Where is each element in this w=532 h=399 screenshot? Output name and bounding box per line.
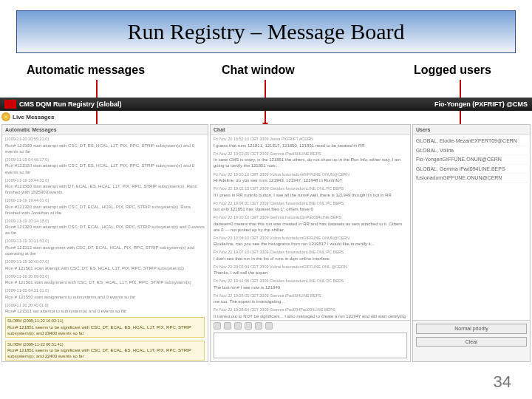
panel-head-auto: Automatic Messages xyxy=(2,125,208,135)
message-body: Run #121560 start attempt with DT, ECAL,… xyxy=(5,183,205,195)
chat-message-item: Fri Nov 22 19:04:31 CET 2009 Cletidas fu… xyxy=(214,201,407,213)
chat-body: In case CMS is crazy, is the 121851 the … xyxy=(214,157,407,168)
chat-body: dataset=0 means that this run was create… xyxy=(214,221,407,233)
auto-message-item: SLOBM (2009-11-22 00:51:41)Run# 121851 s… xyxy=(5,341,205,361)
message-timestamp: [2009-11-19 19:44:01.0] xyxy=(5,178,205,183)
auto-message-item: [2009-11-19 20:11:03.0]Run# 121512 start… xyxy=(5,239,205,256)
chat-toolbar xyxy=(214,322,273,330)
auto-messages-list[interactable]: [2009-11-20 20:55:21.0]Run# 121560 start… xyxy=(2,135,208,361)
page-number: 34 xyxy=(494,372,511,392)
chat-header: Fri Nov 22 19:10:10 CET 2009 Gemma fusio… xyxy=(214,215,407,220)
chat-messages-list[interactable]: Fri Nov 20 16:52:10 CET 2009 Jassa PXFRI… xyxy=(211,135,410,320)
message-timestamp: [2009-11-20 20:55:21.0] xyxy=(5,137,205,142)
panel-automatic-messages: Automatic Messages [2009-11-20 20:55:21.… xyxy=(1,124,208,362)
chat-header: Fri Nov 22 19:28:54 CET 2009 Gemma iPad0… xyxy=(214,307,407,313)
auto-message-item: [2009-11-19 20:40:07.0]Run # 121501 scan… xyxy=(5,259,205,271)
emoji-icon[interactable] xyxy=(255,322,262,330)
message-timestamp: [2009-11-19 20:40:07.0] xyxy=(5,259,205,265)
message-timestamp: SLOBM (2009-11-22 00:51:41) xyxy=(7,342,202,347)
message-timestamp: [2009-11-19 20:11:03.0] xyxy=(5,239,205,244)
auto-message-item: [2009-11-20 20:55:21.0]Run# 121560 start… xyxy=(5,137,205,154)
live-messages-header: Live Messages xyxy=(1,112,54,121)
live-messages-label: Live Messages xyxy=(13,114,54,120)
chat-body: but only 121851 has 'dataset files 1'; o… xyxy=(214,206,407,212)
panel-chat: Chat Fri Nov 20 16:52:10 CET 2009 Jassa … xyxy=(210,124,411,362)
chat-message-item: Fri Nov 22 19:10:10 CET 2009 Gemma fusio… xyxy=(214,215,407,233)
message-body: Run# 121560 start attempt with CSC, DT, … xyxy=(5,143,205,154)
chat-message-item: Fri Nov 22 19:14:55 CET 2009 Cletidas fu… xyxy=(214,279,407,290)
chat-message-item: Fri Nov 22 20:02:04 CET 2009 Volina fusi… xyxy=(214,265,407,276)
chat-message-item: Fri Nov 22 19:25:05 CET 2009 Gemma iPad0… xyxy=(214,293,407,305)
chat-message-item: Fri Nov 22 19:28:54 CET 2009 Gemma iPad0… xyxy=(214,307,407,320)
annotation-users: Logged users xyxy=(414,64,491,77)
chat-header: Fri Nov 22 19:04:31 CET 2009 Cletidas fu… xyxy=(214,201,407,206)
auto-message-item: [2009-11-19 19:44:01.0]Run #121560 start… xyxy=(5,178,205,196)
message-timestamp: SLOBM (2009-11-22 10:02:11) xyxy=(7,318,202,324)
user-item[interactable]: Fio-YongenGIFFUNE.ONUN@CERN xyxy=(416,155,527,164)
annotation-row: Automatic messages Chat window Logged us… xyxy=(0,64,532,86)
slide-title: Run Registry – Message Board xyxy=(128,19,405,44)
title-bar: Run Registry – Message Board xyxy=(16,10,516,53)
app-header: CMS DQM Run Registry (Global) Fio-Yongen… xyxy=(0,98,532,111)
message-body: Run # 121501 scan attempt with CSC, DT, … xyxy=(5,265,205,271)
message-timestamp: [2009-11-19 19:44:01.0] xyxy=(5,198,205,203)
chat-body: I don't see that run in the list of runs… xyxy=(214,256,407,262)
chat-header: Fri Nov 22 20:02:04 CET 2009 Volina fusi… xyxy=(214,265,407,270)
user-item[interactable]: GLOBAL, Elodie-MezanEXFERT09@CERN xyxy=(416,137,527,146)
auto-message-item: [2009-11-19 20:14:18.0]Run# 121320 start… xyxy=(5,219,205,236)
chat-message-item: Fri Nov 20 16:52:10 CET 2009 Jassa PXFRI… xyxy=(214,137,407,149)
user-item[interactable]: fusionadomGIFFUNE.ONUN@CERN xyxy=(416,174,527,183)
chat-header: Fri Nov 22 19:10:10 CET 2009 Volina fusi… xyxy=(214,172,407,177)
attach-icon[interactable] xyxy=(265,322,273,330)
message-timestamp: [2009-11-25 04:31:01.0] xyxy=(5,288,205,293)
chat-header: Fri Nov 22 19:14:55 CET 2009 Cletidas fu… xyxy=(214,279,407,284)
underline-icon[interactable] xyxy=(234,322,242,330)
auto-message-item: [2009-11-25 04:31:01.0]Run # 121550 star… xyxy=(5,288,205,300)
message-body: Run # 121561 start assignment with CSC, … xyxy=(5,279,205,285)
auto-message-item: SLOBM (2009-11-22 10:02:11)Run# 121851 s… xyxy=(5,317,205,338)
italic-icon[interactable] xyxy=(224,322,231,330)
chat-body: It turned out to NOT be significant... I… xyxy=(214,313,407,321)
users-controls: Normal priority Clear xyxy=(413,320,530,361)
chat-header: Fri Nov 23 10:04:10 CET 2009 Volina fusi… xyxy=(214,236,407,241)
chat-message-item: Fri Nov 22 19:10:10 CET 2009 Volina fusi… xyxy=(214,172,407,184)
auto-message-item: [2009-11-19 04:46:17.0]Run #121520 start… xyxy=(5,157,205,175)
panel-users: Users GLOBAL, Elodie-MezanEXFERT09@CERNG… xyxy=(412,124,531,362)
message-body: Run# 121851 seems to be significant with… xyxy=(7,324,202,336)
chat-body: Elodie/me, can you see the histograms fr… xyxy=(214,241,407,247)
panel-head-users: Users xyxy=(413,125,530,135)
chat-bubble-icon xyxy=(1,112,10,121)
message-body: Run# 121320 start attempt with CSC, DT, … xyxy=(5,224,205,236)
panel-head-chat: Chat xyxy=(211,125,410,135)
user-item[interactable]: GLOBAL, Volina xyxy=(416,146,527,155)
chat-input-area xyxy=(211,320,410,361)
chat-input[interactable] xyxy=(214,332,407,358)
cms-logo-icon xyxy=(4,100,16,109)
chat-header: Fri Nov 22 19:02:15 CET 2009 Cletidas fu… xyxy=(214,186,407,191)
auto-message-item: [2009-11-26 20:09:03.0]Run # 121561 star… xyxy=(5,274,205,286)
chat-message-item: Fri Nov 22 19:07:10 CET 2009 Cletidas fu… xyxy=(214,250,407,262)
chat-header: Fri Nov 22 19:25:05 CET 2009 Gemma iPad0… xyxy=(214,293,407,299)
app-user: Fio-Yongen (PXFRIFT) @CMS xyxy=(434,100,528,108)
auto-message-item: [2009-11-19 19:44:01.0]Run #121320 start… xyxy=(5,198,205,216)
clear-button[interactable]: Clear xyxy=(416,337,527,347)
message-timestamp: [2009-11 26 20:40:01.0] xyxy=(5,303,205,308)
chat-header: Fri Nov 22 19:02:05 CET 2009 Gemma iPad0… xyxy=(214,151,407,157)
bold-icon[interactable] xyxy=(214,322,221,330)
message-timestamp: [2009-11-19 20:14:18.0] xyxy=(5,219,205,224)
chat-message-item: Fri Nov 22 19:02:15 CET 2009 Cletidas fu… xyxy=(214,186,407,198)
message-body: Run #121320 start attempt with CSC, DT, … xyxy=(5,204,205,216)
chat-message-item: Fri Nov 22 19:02:05 CET 2009 Gemma iPad0… xyxy=(214,151,407,169)
message-body: Run #121520 start attempt with CSC, DT, … xyxy=(5,163,205,174)
message-body: Run# 121511 set attempt to subsystem(s) … xyxy=(5,308,205,314)
chat-body: Thanks, I will call the expert xyxy=(214,270,407,276)
users-list[interactable]: GLOBAL, Elodie-MezanEXFERT09@CERNGLOBAL,… xyxy=(413,135,530,320)
message-body: Run# 121512 start assignment with CSC, D… xyxy=(5,245,205,256)
message-body: Run# 121851 seems to be significant with… xyxy=(7,347,202,359)
color-icon[interactable] xyxy=(245,322,252,330)
chat-body: If I press in RR runinfo button, I see a… xyxy=(214,192,407,198)
message-timestamp: [2009-11-26 20:09:03.0] xyxy=(5,274,205,279)
user-item[interactable]: GLOBAL, Gemma iPad094LINE.BEPS xyxy=(416,165,527,174)
chat-header: Fri Nov 22 19:07:10 CET 2009 Cletidas fu… xyxy=(214,250,407,255)
priority-select[interactable]: Normal priority xyxy=(416,324,527,333)
